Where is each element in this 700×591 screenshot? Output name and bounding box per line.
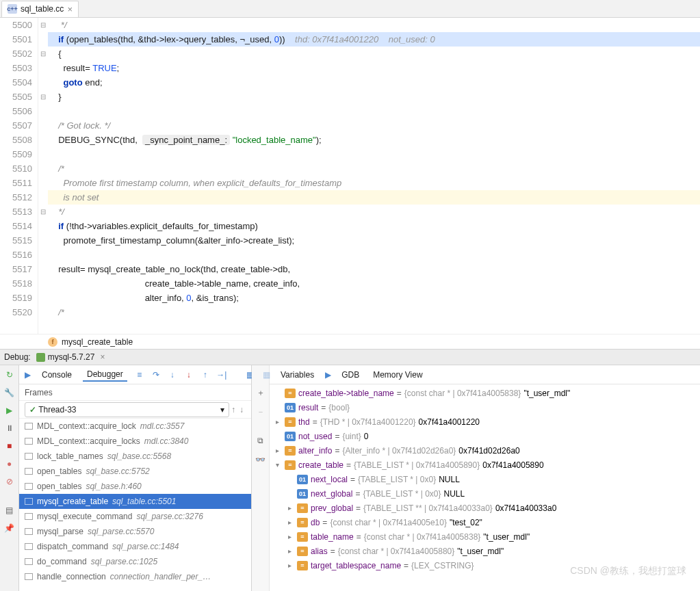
variable-row[interactable]: 01result = {bool} <box>270 400 700 415</box>
frame-item[interactable]: mysql_execute_command sql_parse.cc:3276 <box>19 509 251 524</box>
variable-row[interactable]: 01next_local = {TABLE_LIST * | 0x0} NULL <box>270 472 700 486</box>
debug-tabs-header: ▶ Console Debugger ≡ ↷ ↓ ↓ ↑ →| ▦ ▦ <box>19 365 251 384</box>
rerun-icon[interactable]: ↻ <box>3 368 16 382</box>
gdb-tab-icon: ▶ <box>322 369 333 380</box>
variable-row[interactable]: ▾=create_table = {TABLE_LIST * | 0x7f41a… <box>270 458 700 472</box>
next-frame-icon[interactable]: ↓ <box>237 405 246 415</box>
var-type-icon: = <box>297 561 308 570</box>
layout-icon[interactable]: ▤ <box>3 503 16 517</box>
stackframe-icon <box>25 483 33 490</box>
stackframe-icon <box>25 498 33 505</box>
close-icon[interactable]: × <box>100 352 105 362</box>
variable-row[interactable]: =create_table->table_name = {const char … <box>270 386 700 400</box>
frame-item[interactable]: MDL_context::acquire_lock mdl.cc:3557 <box>19 419 251 434</box>
gdb-tab[interactable]: GDB <box>336 369 365 381</box>
new-watch-icon[interactable]: ＋ <box>254 386 268 399</box>
frames-title: Frames <box>19 384 251 401</box>
stackframe-icon <box>25 558 33 565</box>
frame-item[interactable]: mysql_parse sql_parse.cc:5570 <box>19 524 251 539</box>
variable-row[interactable]: 01next_global = {TABLE_LIST * | 0x0} NUL… <box>270 486 700 501</box>
expand-icon[interactable]: ▾ <box>272 461 282 469</box>
step-out-icon[interactable]: ↑ <box>200 369 211 380</box>
resume-icon[interactable]: ▶ <box>3 404 16 417</box>
variable-row[interactable]: ▸=prev_global = {TABLE_LIST ** | 0x7f41a… <box>270 501 700 515</box>
expand-icon[interactable]: ▸ <box>285 518 294 526</box>
frame-item[interactable]: handle_connection connection_handler_per… <box>19 569 251 584</box>
frame-item[interactable]: do_command sql_parse.cc:1025 <box>19 554 251 569</box>
frame-item[interactable]: dispatch_command sql_parse.cc:1484 <box>19 539 251 554</box>
debug-toolwindow-bar: Debug: mysql-5.7.27 × <box>0 349 700 365</box>
var-type-icon: = <box>285 446 296 456</box>
variable-row[interactable]: ▸=target_tablespace_name = {LEX_CSTRING} <box>270 558 700 573</box>
expand-icon[interactable]: ▸ <box>285 533 294 540</box>
copy-icon[interactable]: ⧉ <box>254 434 268 447</box>
variable-row[interactable]: 01not_used = {uint} 0 <box>270 429 700 443</box>
stop-icon[interactable]: ■ <box>3 439 16 453</box>
force-step-into-icon[interactable]: ↓ <box>183 369 194 380</box>
memory-view-tab[interactable]: Memory View <box>367 369 428 381</box>
stackframe-icon <box>25 573 33 580</box>
var-type-icon: 01 <box>297 475 308 484</box>
frames-list[interactable]: MDL_context::acquire_lock mdl.cc:3557MDL… <box>19 419 251 591</box>
frame-item[interactable]: mysql_create_table sql_table.cc:5501 <box>19 494 251 509</box>
pause-icon[interactable]: ⏸ <box>3 421 16 435</box>
fold-gutter: ⊟⊟⊟⊟ <box>38 18 48 334</box>
thread-row: ✓ Thread-33 ▾ ↑ ↓ <box>19 401 251 419</box>
variable-row[interactable]: ▸=table_name = {const char * | 0x7f41a40… <box>270 529 700 544</box>
variable-row[interactable]: ▸=alter_info = {Alter_info * | 0x7f41d02… <box>270 443 700 458</box>
console-tab-icon: ▶ <box>25 369 31 380</box>
expand-icon[interactable]: ▸ <box>272 418 282 425</box>
close-icon[interactable]: × <box>67 4 73 14</box>
debug-config-selector[interactable]: mysql-5.7.27 × <box>36 352 105 362</box>
var-type-icon: = <box>285 417 296 427</box>
frame-item[interactable]: lock_table_names sql_base.cc:5568 <box>19 449 251 464</box>
mute-breakpoints-icon[interactable]: ⊘ <box>3 475 16 488</box>
remove-watch-icon[interactable]: － <box>254 405 268 419</box>
expand-icon[interactable]: ▸ <box>285 547 294 555</box>
file-tab-bar: c++ sql_table.cc × <box>0 0 700 18</box>
vars-header: Variables ▶ GDB Memory View <box>270 365 700 384</box>
stackframe-icon <box>25 528 33 535</box>
vars-mid-toolbar: ＋ － ⧉ 👓 <box>252 365 270 591</box>
frame-item[interactable]: open_tables sql_base.h:460 <box>19 479 251 494</box>
frames-panel: ▶ Console Debugger ≡ ↷ ↓ ↓ ↑ →| ▦ ▦ Fram… <box>19 365 252 591</box>
step-over-icon[interactable]: ↷ <box>151 369 161 380</box>
prev-frame-icon[interactable]: ↑ <box>229 405 237 415</box>
debug-config-name: mysql-5.7.27 <box>48 352 95 362</box>
step-into-icon[interactable]: ↓ <box>167 369 178 380</box>
glasses-icon[interactable]: 👓 <box>254 453 268 467</box>
var-type-icon: = <box>297 503 308 513</box>
expand-icon[interactable]: ▸ <box>285 562 294 569</box>
variables-tab[interactable]: Variables <box>275 369 320 381</box>
debug-label: Debug: <box>4 352 31 362</box>
debugger-tab[interactable]: Debugger <box>83 368 127 382</box>
variable-row[interactable]: ▸=alias = {const char * | 0x7f41a4005880… <box>270 544 700 558</box>
variables-tree[interactable]: =create_table->table_name = {const char … <box>270 384 700 591</box>
breadcrumb-label[interactable]: mysql_create_table <box>62 337 133 347</box>
variable-row[interactable]: ▸=db = {const char * | 0x7f41a4005e10} "… <box>270 515 700 529</box>
console-tab[interactable]: Console <box>38 369 76 381</box>
var-type-icon: = <box>297 518 308 527</box>
chevron-down-icon: ▾ <box>220 405 224 415</box>
code-area[interactable]: */ if (open_tables(thd, &thd->lex->query… <box>48 18 700 334</box>
expand-icon[interactable]: ▸ <box>272 447 282 454</box>
breadcrumb: f mysql_create_table <box>0 334 700 349</box>
code-editor[interactable]: 5500550155025503550455055506550755085509… <box>0 18 700 334</box>
view-breakpoints-icon[interactable]: ● <box>3 457 16 471</box>
pin-icon[interactable]: 📌 <box>3 521 16 535</box>
expand-icon[interactable]: ▸ <box>285 504 294 512</box>
run-config-icon <box>36 353 45 362</box>
var-type-icon: = <box>285 389 296 398</box>
run-to-cursor-icon[interactable]: →| <box>216 369 227 380</box>
threads-icon[interactable]: ≡ <box>134 369 145 380</box>
thread-selector[interactable]: ✓ Thread-33 ▾ <box>25 402 229 417</box>
wrench-icon[interactable]: 🔧 <box>3 386 16 399</box>
frame-item[interactable]: MDL_context::acquire_locks mdl.cc:3840 <box>19 434 251 449</box>
function-icon: f <box>48 337 57 347</box>
debug-panels: ↻ 🔧 ▶ ⏸ ■ ● ⊘ ▤ 📌 ▶ Console Debugger ≡ ↷… <box>0 365 700 591</box>
file-tab[interactable]: c++ sql_table.cc × <box>1 1 79 17</box>
variable-row[interactable]: ▸=thd = {THD * | 0x7f41a4001220} 0x7f41a… <box>270 415 700 429</box>
more-icon[interactable]: ▦ <box>261 369 272 380</box>
var-type-icon: 01 <box>297 489 308 499</box>
frame-item[interactable]: open_tables sql_base.cc:5752 <box>19 464 251 479</box>
